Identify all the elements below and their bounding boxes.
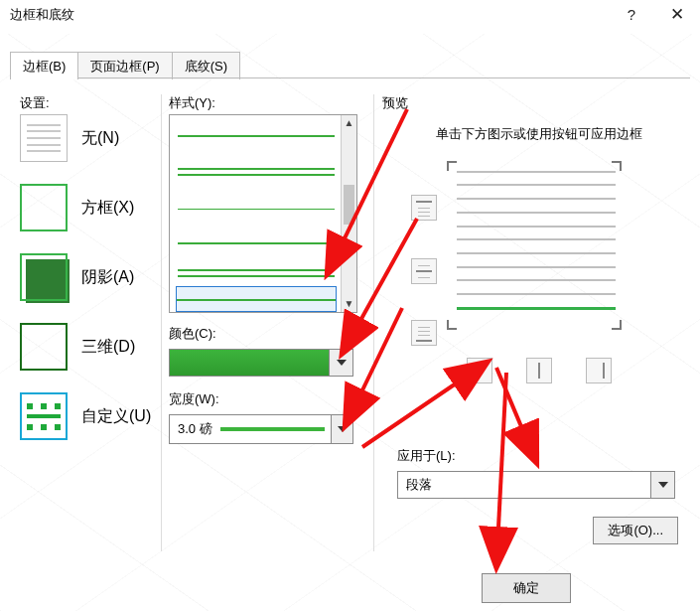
apply-to-label: 应用于(L): [397,447,680,465]
edge-left-button[interactable] [467,358,492,383]
ok-button[interactable]: 确定 [482,573,571,603]
tab-strip: 边框(B) 页面边框(P) 底纹(S) [10,50,239,79]
style-option-2[interactable] [178,161,335,183]
options-button-label: 选项(O)... [608,523,663,537]
setting-shadow-thumb [20,253,68,301]
setting-box-label: 方框(X) [81,198,134,219]
ok-button-label: 确定 [513,580,539,595]
apply-to-dropdown-button[interactable] [650,472,674,498]
color-swatch[interactable] [169,349,330,377]
window-title: 边框和底纹 [10,6,74,24]
width-sample-line [220,427,325,431]
setting-3d-thumb [20,323,68,371]
tab-page-borders-label: 页面边框(P) [90,59,159,74]
preview-panel: 单击下方图示或使用按钮可应用边框 [377,94,680,380]
scroll-up-icon[interactable]: ▲ [342,115,356,131]
width-dropdown[interactable]: 3.0 磅 [169,414,353,444]
apply-to-row: 应用于(L): 段落 [397,447,680,499]
crop-mark-bl [447,316,461,330]
style-panel: ▲ ▼ 颜色(C): 宽度(W): 3.0 磅 [169,114,357,444]
width-label: 宽度(W): [169,390,357,408]
separator-1 [161,94,162,551]
setting-none[interactable]: 无(N) [20,114,159,162]
edge-bottom-button[interactable] [411,320,437,346]
style-label: 样式(Y): [169,94,215,112]
setting-custom[interactable]: 自定义(U) [20,392,159,440]
tab-page-borders[interactable]: 页面边框(P) [77,52,172,79]
settings-column: 无(N) 方框(X) 阴影(A) 三维(D) 自定义(U) [20,114,159,462]
edge-vmiddle-button[interactable] [526,358,552,383]
chevron-down-icon [337,360,347,366]
style-listbox[interactable]: ▲ ▼ [169,114,357,313]
tab-borders-label: 边框(B) [23,59,66,74]
separator-2 [373,94,374,551]
setting-shadow-label: 阴影(A) [81,267,134,288]
setting-box-thumb [20,184,68,231]
preview-hint: 单击下方图示或使用按钮可应用边框 [417,124,660,145]
setting-shadow[interactable]: 阴影(A) [20,253,159,301]
edge-hmiddle-button[interactable] [411,258,437,284]
setting-3d-label: 三维(D) [81,337,135,358]
width-dropdown-button[interactable] [331,415,352,443]
style-option-1[interactable] [178,125,335,147]
setting-custom-label: 自定义(U) [81,406,151,427]
style-option-5[interactable] [178,262,335,284]
preview-paragraph[interactable] [457,171,616,310]
style-option-3[interactable] [178,199,335,221]
close-button[interactable]: ✕ [654,0,700,30]
crop-mark-br [608,316,622,330]
style-option-4[interactable] [178,232,335,254]
tab-shading-label: 底纹(S) [185,59,227,74]
apply-to-select[interactable]: 段落 [397,471,675,499]
setting-3d[interactable]: 三维(D) [20,323,159,371]
options-button[interactable]: 选项(O)... [593,517,678,544]
tab-borders[interactable]: 边框(B) [10,52,78,79]
titlebar: 边框和底纹 ? ✕ [0,0,700,34]
setting-custom-thumb [20,392,68,440]
help-button[interactable]: ? [609,0,654,30]
settings-label: 设置: [20,94,50,112]
style-scrollbar[interactable]: ▲ ▼ [341,115,356,312]
color-dropdown-button[interactable] [330,349,353,377]
preview-area[interactable] [397,161,655,380]
width-value: 3.0 磅 [170,420,220,438]
style-option-selected[interactable] [176,286,337,312]
setting-none-label: 无(N) [81,128,119,149]
tab-shading[interactable]: 底纹(S) [172,52,240,79]
scroll-down-icon[interactable]: ▼ [342,296,356,312]
setting-none-thumb [20,114,68,162]
setting-box[interactable]: 方框(X) [20,184,159,231]
chevron-down-icon [658,482,668,488]
apply-to-value: 段落 [398,476,650,494]
edge-top-button[interactable] [411,195,437,221]
edge-right-button[interactable] [586,358,612,383]
color-label: 颜色(C): [169,325,357,343]
scroll-thumb[interactable] [344,185,354,225]
tab-underline [10,77,690,78]
chevron-down-icon [338,426,348,432]
